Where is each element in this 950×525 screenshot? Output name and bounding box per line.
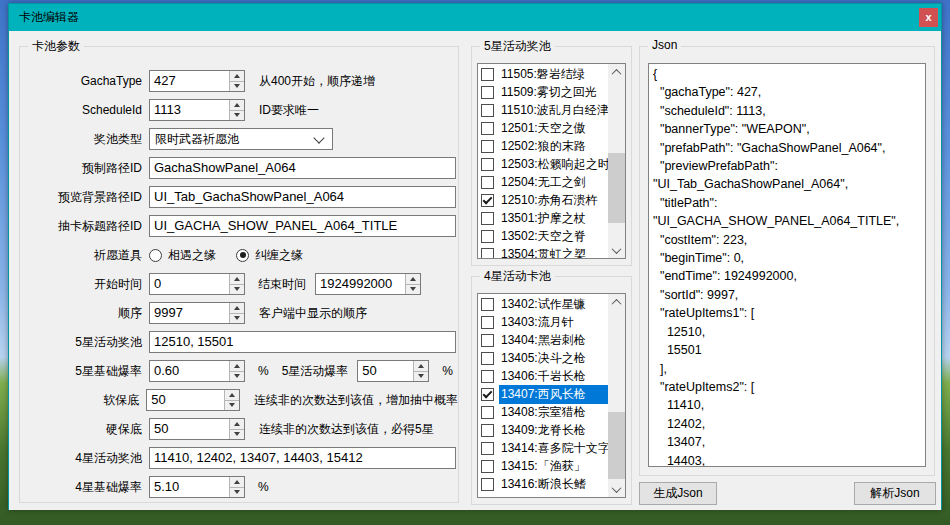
checkbox-icon[interactable] [481,176,494,189]
checkbox-icon[interactable] [481,334,494,347]
spin-down-icon[interactable] [230,81,244,92]
checkbox-icon[interactable] [481,370,494,383]
checkbox-icon[interactable] [481,230,494,243]
spin-up-icon[interactable] [230,361,244,371]
radio-option[interactable]: 相遇之缘 [149,247,216,264]
spin-up-icon[interactable] [230,303,244,313]
list-item[interactable]: 13406:千岩长枪 [478,367,608,385]
row-pool-type: 奖池类型 限时武器祈愿池 [24,128,458,150]
checkbox-icon[interactable] [481,140,494,153]
spinner-buttons [229,100,244,120]
soft-pity-spinner[interactable]: 50 [146,389,240,411]
base-rate5-spinner[interactable]: 0.60 [149,360,245,382]
list-item[interactable]: 13502:天空之脊 [478,227,608,245]
scroll-thumb[interactable] [608,412,625,479]
title-path-input[interactable]: UI_GACHA_SHOW_PANEL_A064_TITLE [149,215,456,237]
spinner-buttons [229,477,244,497]
checkbox-icon[interactable] [481,68,494,81]
list-item[interactable]: 13403:流月针 [478,313,608,331]
list-item[interactable]: 13501:护摩之杖 [478,209,608,227]
json-textbox[interactable]: { "gachaType": 427, "scheduleId": 1113, … [648,63,926,467]
pool4-scrollbar[interactable] [608,294,625,497]
scroll-up-icon[interactable] [608,294,625,310]
checkbox-icon[interactable] [481,388,494,401]
hard-pity-spinner[interactable]: 50 [149,418,245,440]
list-item[interactable]: 12503:松籁响起之时 [478,155,608,173]
begin-time-spinner[interactable]: 0 [149,273,245,295]
checkbox-icon[interactable] [481,316,494,329]
checkbox-icon[interactable] [481,298,494,311]
checkbox-icon[interactable] [481,460,494,473]
checkbox-icon[interactable] [481,478,494,491]
end-time-spinner[interactable]: 1924992000 [315,273,421,295]
gacha-type-spinner[interactable]: 427 [149,70,245,92]
parse-json-button[interactable]: 解析Json [854,482,936,505]
list-item[interactable]: 12501:天空之傲 [478,119,608,137]
list-item[interactable]: 11510:波乱月白经津 [478,101,608,119]
list-item[interactable]: 13408:宗室猎枪 [478,403,608,421]
pool5-scrollbar[interactable] [608,64,625,258]
checkbox-icon[interactable] [481,352,494,365]
list-item[interactable]: 13416:断浪长鳍 [478,475,608,493]
list-item[interactable]: 13404:黑岩刺枪 [478,331,608,349]
list-item[interactable]: 12510:赤角石溃杵 [478,191,608,209]
spin-down-icon[interactable] [230,429,244,440]
pool4-input[interactable]: 11410, 12402, 13407, 14403, 15412 [149,447,456,469]
scroll-down-icon[interactable] [608,481,625,497]
spin-down-icon[interactable] [230,284,244,295]
checkbox-icon[interactable] [481,406,494,419]
checkbox-icon[interactable] [481,212,494,225]
list-item[interactable]: 13405:决斗之枪 [478,349,608,367]
checkbox-icon[interactable] [481,158,494,171]
spin-down-icon[interactable] [230,487,244,498]
event-rate5-spinner[interactable]: 50 [357,360,429,382]
radio-option[interactable]: 纠缠之缘 [236,247,303,264]
pool-type-dropdown[interactable]: 限时武器祈愿池 [149,128,333,150]
list-item[interactable]: 13402:试作星镰 [478,295,608,313]
scroll-up-icon[interactable] [608,64,625,80]
list-item[interactable]: 13414:喜多院十文字 [478,439,608,457]
spin-up-icon[interactable] [230,419,244,429]
list-item[interactable]: 11509:雾切之回光 [478,83,608,101]
spin-down-icon[interactable] [230,110,244,121]
row-wish-item: 祈愿道具 相遇之缘 纠缠之缘 [24,244,458,266]
begin-time-label: 开始时间 [24,276,142,293]
schedule-id-spinner[interactable]: 1113 [149,99,245,121]
spin-down-icon[interactable] [230,371,244,382]
prefab-path-input[interactable]: GachaShowPanel_A064 [149,157,456,179]
generate-json-button[interactable]: 生成Json [639,482,717,505]
pool5-input[interactable]: 12510, 15501 [149,331,456,353]
spin-down-icon[interactable] [230,313,244,324]
spin-down-icon[interactable] [225,400,239,411]
checkbox-icon[interactable] [481,248,494,259]
checkbox-icon[interactable] [481,194,494,207]
spin-up-icon[interactable] [230,477,244,487]
titlebar[interactable]: 卡池编辑器 x [9,4,941,31]
scroll-down-icon[interactable] [608,242,625,258]
spin-up-icon[interactable] [230,100,244,110]
spin-up-icon[interactable] [406,274,420,284]
checkbox-icon[interactable] [481,442,494,455]
spin-down-icon[interactable] [406,284,420,295]
spin-up-icon[interactable] [225,390,239,400]
checkbox-icon[interactable] [481,424,494,437]
spin-up-icon[interactable] [230,274,244,284]
list-item[interactable]: 12504:无工之剑 [478,173,608,191]
list-item[interactable]: 13409:龙脊长枪 [478,421,608,439]
list-item[interactable]: 13415:「渔获」 [478,457,608,475]
checkbox-icon[interactable] [481,104,494,117]
base-rate4-spinner[interactable]: 5.10 [149,476,245,498]
list-item[interactable]: 12502:狼的末路 [478,137,608,155]
list-item[interactable]: 13504:贯虹之槊 [478,245,608,258]
spin-down-icon[interactable] [414,371,428,382]
checkbox-icon[interactable] [481,86,494,99]
scroll-thumb[interactable] [608,153,625,223]
preview-path-input[interactable]: UI_Tab_GachaShowPanel_A064 [149,186,456,208]
list-item[interactable]: 11505:磐岩结绿 [478,65,608,83]
checkbox-icon[interactable] [481,122,494,135]
spin-up-icon[interactable] [414,361,428,371]
list-item[interactable]: 13407:西风长枪 [478,385,608,403]
close-icon[interactable]: x [919,8,938,27]
sort-spinner[interactable]: 9997 [149,302,245,324]
spin-up-icon[interactable] [230,71,244,81]
